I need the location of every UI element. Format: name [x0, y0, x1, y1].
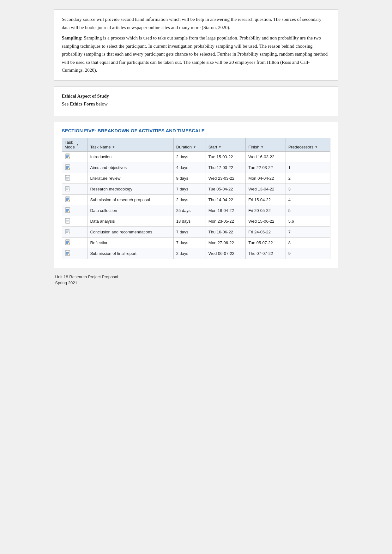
sort-arrow-duration[interactable]: ▼ — [193, 145, 196, 149]
svg-rect-6 — [65, 165, 70, 170]
finish-cell: Mon 04-04-22 — [246, 173, 286, 184]
task-mode-icon — [65, 164, 70, 170]
svg-rect-25 — [66, 196, 69, 197]
table-row: Aims and objectives4 daysThu 17-03-22Tue… — [62, 162, 330, 173]
task-mode-cell — [62, 173, 87, 184]
duration-cell: 7 days — [173, 184, 206, 194]
svg-rect-12 — [65, 175, 70, 180]
svg-rect-43 — [66, 229, 69, 230]
text-block: Secondary source will provide second han… — [54, 9, 338, 81]
table-row: Data collection25 daysMon 18-04-22Fri 20… — [62, 205, 330, 216]
task-name-cell: Aims and objectives — [87, 162, 173, 173]
table-row: Data analysis18 daysMon 23-05-22Wed 15-0… — [62, 216, 330, 226]
task-mode-cell — [62, 194, 87, 205]
task-mode-icon — [65, 175, 70, 181]
finish-cell: Fri 20-05-22 — [246, 205, 286, 216]
svg-rect-19 — [66, 186, 69, 187]
footer-line1: Unit 18 Research Project Proposal– — [55, 274, 338, 280]
finish-cell: Wed 16-03-22 — [246, 151, 286, 162]
task-mode-icon — [65, 250, 70, 256]
finish-cell: Tue 22-03-22 — [246, 162, 286, 173]
section-five-title: SECTION FIVE: BREAKDOWN OF ACTIVITIES AN… — [62, 128, 330, 133]
th-duration: Duration ▼ — [173, 138, 206, 151]
sort-arrow-start[interactable]: ▼ — [218, 145, 221, 149]
start-cell: Tue 15-03-22 — [206, 151, 245, 162]
table-row: Research methodology7 daysTue 05-04-22We… — [62, 184, 330, 194]
table-row: Conclusion and recommendations7 daysThu … — [62, 226, 330, 237]
svg-rect-37 — [66, 218, 69, 219]
duration-cell: 9 days — [173, 173, 206, 184]
table-row: Submission of research proposal2 daysThu… — [62, 194, 330, 205]
task-name-cell: Literature review — [87, 173, 173, 184]
task-mode-icon — [65, 196, 70, 202]
finish-cell: Wed 13-04-22 — [246, 184, 286, 194]
start-cell: Wed 23-03-22 — [206, 173, 245, 184]
table-row: Submission of final report2 daysWed 06-0… — [62, 248, 330, 259]
table-row: Reflection7 daysMon 27-06-22Tue 05-07-22… — [62, 237, 330, 248]
table-header-row: TaskMode ▼ Task Name ▼ Duration ▼ — [62, 138, 330, 151]
task-mode-cell — [62, 184, 87, 194]
footer: Unit 18 Research Project Proposal– Sprin… — [54, 274, 338, 286]
duration-cell: 2 days — [173, 248, 206, 259]
sort-arrow-finish[interactable]: ▼ — [261, 145, 264, 149]
finish-cell: Wed 15-06-22 — [246, 216, 286, 226]
svg-rect-31 — [66, 207, 69, 208]
predecessors-cell: 7 — [286, 226, 330, 237]
below-text: below — [95, 101, 108, 106]
predecessors-cell: 3 — [286, 184, 330, 194]
svg-rect-49 — [66, 239, 69, 240]
sampling-label: Sampling: — [62, 35, 83, 40]
duration-cell: 18 days — [173, 216, 206, 226]
sampling-text: Sampling is a process which is used to t… — [62, 35, 328, 73]
sort-arrow-predecessors[interactable]: ▼ — [315, 145, 318, 149]
sort-arrow-task-mode[interactable]: ▼ — [76, 143, 79, 146]
th-task-name: Task Name ▼ — [87, 138, 173, 151]
th-task-name-label: Task Name — [90, 145, 111, 149]
ethical-heading: Ethical Aspect of Study — [62, 92, 330, 100]
start-cell: Mon 23-05-22 — [206, 216, 245, 226]
th-start-label: Start — [208, 145, 217, 149]
finish-cell: Fri 15-04-22 — [246, 194, 286, 205]
start-cell: Mon 18-04-22 — [206, 205, 245, 216]
start-cell: Tue 05-04-22 — [206, 184, 245, 194]
section-five-block: SECTION FIVE: BREAKDOWN OF ACTIVITIES AN… — [54, 122, 338, 268]
see-text: See — [62, 101, 70, 106]
task-mode-cell — [62, 162, 87, 173]
task-mode-cell — [62, 237, 87, 248]
start-cell: Thu 14-04-22 — [206, 194, 245, 205]
task-mode-cell — [62, 216, 87, 226]
sort-arrow-task-name[interactable]: ▼ — [112, 145, 115, 149]
th-predecessors-label: Predecessors — [288, 145, 313, 149]
th-finish: Finish ▼ — [246, 138, 286, 151]
predecessors-cell: 4 — [286, 194, 330, 205]
footer-line2: Spring 2021 — [55, 280, 338, 286]
sampling-paragraph: Sampling: Sampling is a process which is… — [62, 34, 330, 75]
svg-rect-18 — [65, 186, 70, 191]
duration-cell: 7 days — [173, 226, 206, 237]
task-name-cell: Submission of final report — [87, 248, 173, 259]
task-mode-icon — [65, 154, 70, 159]
svg-rect-13 — [66, 175, 69, 176]
task-name-cell: Submission of research proposal — [87, 194, 173, 205]
finish-cell: Tue 05-07-22 — [246, 237, 286, 248]
predecessors-cell: 5,6 — [286, 216, 330, 226]
predecessors-cell — [286, 151, 330, 162]
finish-cell: Fri 24-06-22 — [246, 226, 286, 237]
task-mode-cell — [62, 226, 87, 237]
duration-cell: 4 days — [173, 162, 206, 173]
svg-rect-48 — [65, 240, 70, 245]
task-name-cell: Conclusion and recommendations — [87, 226, 173, 237]
th-task-mode-label: TaskMode — [65, 140, 75, 149]
task-name-cell: Data analysis — [87, 216, 173, 226]
th-start: Start ▼ — [206, 138, 245, 151]
table-row: Literature review9 daysWed 23-03-22Mon 0… — [62, 173, 330, 184]
task-name-cell: Research methodology — [87, 184, 173, 194]
finish-cell: Thu 07-07-22 — [246, 248, 286, 259]
th-predecessors: Predecessors ▼ — [286, 138, 330, 151]
ethical-block: Ethical Aspect of Study See Ethics Form … — [54, 86, 338, 116]
ethics-form-line: See Ethics Form below — [62, 100, 330, 108]
th-duration-label: Duration — [176, 145, 192, 149]
page: Secondary source will provide second han… — [54, 0, 338, 305]
start-cell: Mon 27-06-22 — [206, 237, 245, 248]
ethics-form-bold: Ethics Form — [70, 101, 95, 106]
